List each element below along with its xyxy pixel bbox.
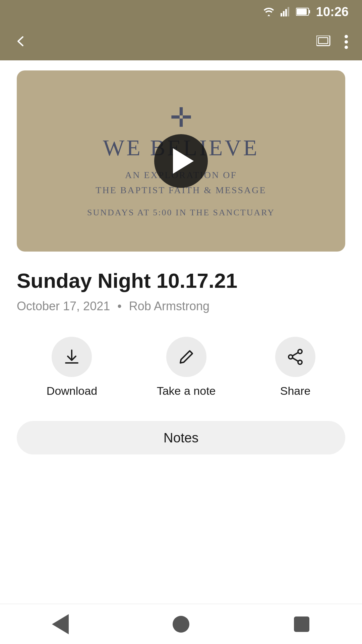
svg-point-10 [345, 40, 348, 44]
sermon-meta-dot: • [117, 299, 122, 313]
take-note-button[interactable]: Take a note [157, 337, 216, 397]
sermon-date: October 17, 2021 [17, 299, 110, 313]
svg-point-11 [345, 46, 348, 49]
video-card: ✛ WE BELIEVE AN EXPLORATION OF THE BAPTI… [17, 70, 345, 252]
svg-rect-0 [281, 13, 282, 16]
signal-icon [281, 7, 291, 16]
svg-line-16 [293, 358, 298, 361]
nav-recents-button[interactable] [282, 611, 322, 638]
svg-rect-8 [318, 38, 328, 44]
play-triangle-icon [173, 148, 194, 174]
svg-rect-3 [288, 7, 289, 16]
bottom-nav [0, 604, 362, 644]
share-icon-circle [275, 337, 315, 377]
app-bar [0, 23, 362, 60]
status-time: 10:26 [316, 5, 349, 19]
content-area: Sunday Night 10.17.21 October 17, 2021 •… [0, 252, 362, 397]
share-icon [287, 348, 304, 366]
play-button[interactable] [154, 134, 208, 188]
svg-point-9 [345, 35, 348, 38]
status-bar: 10:26 [0, 0, 362, 23]
back-button[interactable] [13, 34, 27, 50]
svg-line-15 [293, 353, 298, 356]
share-label: Share [280, 384, 311, 397]
nav-home-button[interactable] [161, 611, 201, 638]
download-button[interactable]: Download [47, 337, 97, 397]
status-icons: 10:26 [262, 5, 349, 19]
more-options-icon[interactable] [344, 35, 349, 49]
svg-rect-6 [297, 9, 307, 15]
svg-rect-1 [283, 11, 285, 16]
home-nav-icon [173, 616, 189, 633]
take-note-icon-circle [166, 337, 206, 377]
take-note-label: Take a note [157, 384, 216, 397]
notes-button-label: Notes [164, 430, 199, 445]
video-time: SUNDAYS AT 5:00 IN THE SANCTUARY [87, 208, 275, 218]
wifi-icon [262, 7, 275, 16]
cross-symbol: ✛ [170, 104, 192, 131]
download-icon-circle [52, 337, 92, 377]
svg-rect-5 [309, 10, 310, 13]
cast-icon[interactable] [316, 36, 332, 48]
battery-icon [296, 7, 311, 16]
sermon-title: Sunday Night 10.17.21 [17, 268, 345, 293]
action-buttons: Download Take a note Share [17, 337, 345, 397]
share-button[interactable]: Share [275, 337, 315, 397]
back-nav-icon [52, 614, 69, 634]
notes-button[interactable]: Notes [17, 421, 345, 454]
sermon-meta: October 17, 2021 • Rob Armstrong [17, 299, 345, 313]
recents-nav-icon [294, 616, 309, 632]
download-label: Download [47, 384, 97, 397]
pencil-icon [178, 348, 195, 366]
sermon-author: Rob Armstrong [129, 299, 209, 313]
download-icon [63, 348, 80, 366]
app-bar-right [316, 35, 349, 49]
svg-rect-2 [285, 9, 287, 16]
nav-back-button[interactable] [40, 611, 80, 638]
